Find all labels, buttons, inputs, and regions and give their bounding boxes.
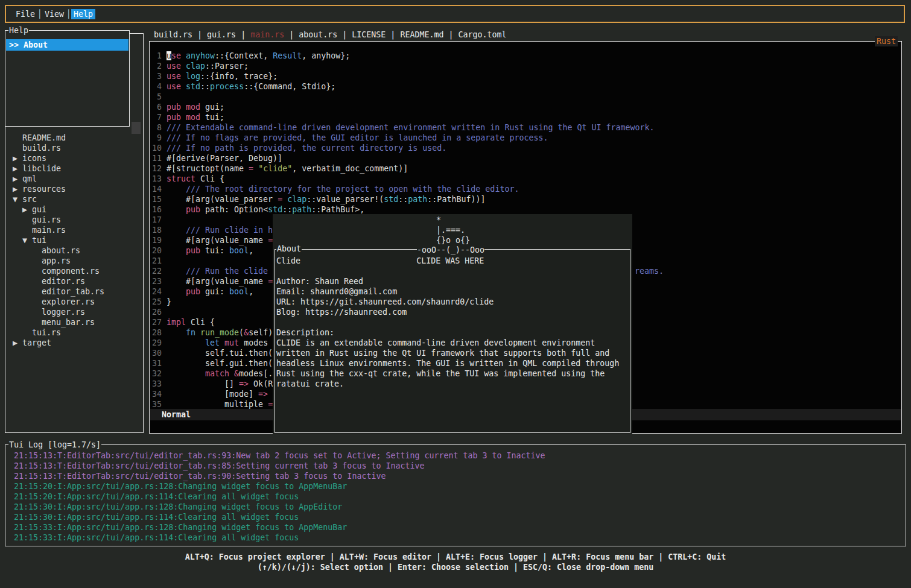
help-line-1: ALT+Q: Focus project explorer | ALT+W: F…	[0, 552, 911, 562]
code-segment: /// The root directory for the project t…	[186, 185, 519, 194]
code-segment	[167, 328, 186, 337]
explorer-item-menu_bar-rs[interactable]: menu_bar.rs	[5, 317, 142, 327]
file-label: qml	[22, 174, 37, 183]
explorer-item-gui-rs[interactable]: gui.rs	[5, 215, 142, 225]
code-line: 4use std::process::{Command, Stdio};	[150, 81, 901, 92]
explorer-item-editor-rs[interactable]: editor.rs	[5, 276, 142, 286]
code-segment	[253, 164, 258, 173]
menu-bar: File│View│Help	[5, 5, 905, 23]
explorer-item-src[interactable]: ▼src	[5, 194, 142, 204]
explorer-item-libclide[interactable]: ▶libclide	[5, 163, 142, 174]
explorer-item-build-rs[interactable]: build.rs	[5, 143, 142, 153]
explorer-item-about-rs[interactable]: about.rs	[5, 245, 142, 256]
explorer-item-resources[interactable]: ▶resources	[5, 184, 142, 194]
file-label: icons	[22, 154, 46, 163]
file-label: menu_bar.rs	[42, 318, 95, 327]
code-segment: ::{Command, Stdio};	[244, 82, 335, 91]
tui-log-panel[interactable]: Tui Log [log=1.7/s] 21:15:13:T:EditorTab…	[5, 444, 906, 546]
file-label: app.rs	[42, 256, 71, 265]
log-line-info: 21:15:20:I:App:src/tui/app.rs:128:Changi…	[14, 481, 545, 492]
chevron-collapsed-icon: ▶	[13, 153, 22, 163]
explorer-scrollbar-thumb[interactable]	[132, 122, 141, 134]
menu-option-about[interactable]: >> About	[6, 39, 129, 51]
explorer-item-component-rs[interactable]: component.rs	[5, 266, 142, 276]
code-line: 16 pub path: Option<std::path::PathBuf>,	[150, 204, 901, 215]
line-number: 20	[150, 245, 162, 256]
code-segment: pub	[186, 246, 200, 255]
menu-separator: │	[37, 10, 42, 19]
explorer-item-tui[interactable]: ▼tui	[5, 235, 142, 245]
tab-separator: |	[337, 30, 352, 39]
explorer-item-logger-rs[interactable]: logger.rs	[5, 307, 142, 317]
code-segment: pub mod	[167, 103, 200, 112]
file-label: explorer.rs	[42, 297, 95, 306]
log-line-info: 21:15:33:I:App:src/tui/app.rs:114:Cleari…	[14, 533, 545, 543]
tab-build.rs[interactable]: build.rs	[154, 30, 192, 39]
log-line-trace: 21:15:13:T:EditorTab:src/tui/editor_tab.…	[14, 461, 545, 471]
code-segment	[167, 369, 205, 378]
file-label: tui.rs	[32, 328, 61, 337]
menu-item-help[interactable]: Help	[71, 9, 95, 19]
code-segment: anyhow	[186, 51, 215, 60]
explorer-item-tui-rs[interactable]: tui.rs	[5, 327, 142, 338]
code-segment: ::value_parser!(	[306, 195, 384, 204]
tab-cargo.toml[interactable]: Cargo.toml	[458, 30, 506, 39]
tab-about.rs[interactable]: about.rs	[299, 30, 337, 39]
code-segment	[220, 338, 224, 347]
file-label: libclide	[22, 164, 61, 173]
menu-separator: │	[66, 10, 71, 19]
explorer-item-readme-md[interactable]: README.md	[5, 133, 142, 143]
file-label: src	[22, 195, 37, 204]
line-number: 33	[150, 379, 162, 389]
code-segment: modes[.	[239, 369, 273, 378]
tab-license[interactable]: LICENSE	[352, 30, 386, 39]
menu-item-file[interactable]: File	[13, 9, 37, 19]
code-line: 10/// If no path is provided, the curren…	[150, 143, 901, 153]
file-label: gui.rs	[32, 215, 61, 224]
code-segment: []	[167, 379, 239, 388]
explorer-item-target[interactable]: ▶target	[5, 338, 142, 348]
code-segment: use	[167, 62, 181, 71]
tab-main.rs[interactable]: main.rs	[250, 30, 284, 39]
code-segment: ,	[249, 287, 253, 296]
ascii-art: * |.===. {}o o{}	[417, 215, 470, 245]
line-number: 6	[150, 102, 162, 112]
explorer-item-explorer-rs[interactable]: explorer.rs	[5, 297, 142, 307]
code-segment: Ok(R	[249, 379, 273, 388]
explorer-item-editor_tab-rs[interactable]: editor_tab.rs	[5, 286, 142, 297]
line-number: 17	[150, 215, 162, 225]
code-segment: Result	[273, 51, 302, 60]
code-segment: tui;	[200, 113, 224, 122]
explorer-item-app-rs[interactable]: app.rs	[5, 256, 142, 266]
code-segment: bool	[229, 246, 249, 255]
explorer-item-gui[interactable]: ▶gui	[5, 204, 142, 215]
code-line: 9/// If no flags are provided, the GUI e…	[150, 133, 901, 143]
code-segment: mut	[224, 338, 239, 347]
code-segment: pub	[186, 205, 200, 214]
tab-readme.md[interactable]: README.md	[400, 30, 443, 39]
explorer-item-main-rs[interactable]: main.rs	[5, 225, 142, 235]
line-number: 14	[150, 184, 162, 194]
code-line: 11#[derive(Parser, Debug)]	[150, 153, 901, 163]
tab-gui.rs[interactable]: gui.rs	[207, 30, 236, 39]
code-segment: ,	[249, 246, 253, 255]
explorer-item-qml[interactable]: ▶qml	[5, 174, 142, 184]
code-segment	[167, 185, 186, 194]
line-number: 10	[150, 143, 162, 153]
menu-item-view[interactable]: View	[42, 9, 66, 19]
log-line-info: 21:15:30:I:App:src/tui/app.rs:128:Changi…	[14, 502, 545, 512]
code-segment: =	[268, 236, 273, 245]
code-line: 12#[structopt(name = "clide", verbatim_d…	[150, 163, 901, 174]
code-segment	[181, 82, 186, 91]
file-label: gui	[32, 205, 46, 214]
code-segment: std	[268, 205, 282, 214]
code-segment: gui:	[200, 287, 229, 296]
line-number: 13	[150, 174, 162, 184]
log-panel-title: Tui Log [log=1.7/s]	[8, 440, 101, 450]
vim-mode-indicator: Normal	[162, 409, 191, 420]
editor-tab-bar: build.rs | gui.rs | main.rs | about.rs |…	[154, 30, 507, 40]
code-segment	[167, 267, 186, 276]
code-segment: run_mode	[200, 328, 239, 337]
code-segment: &	[234, 369, 239, 378]
explorer-item-icons[interactable]: ▶icons	[5, 153, 142, 163]
